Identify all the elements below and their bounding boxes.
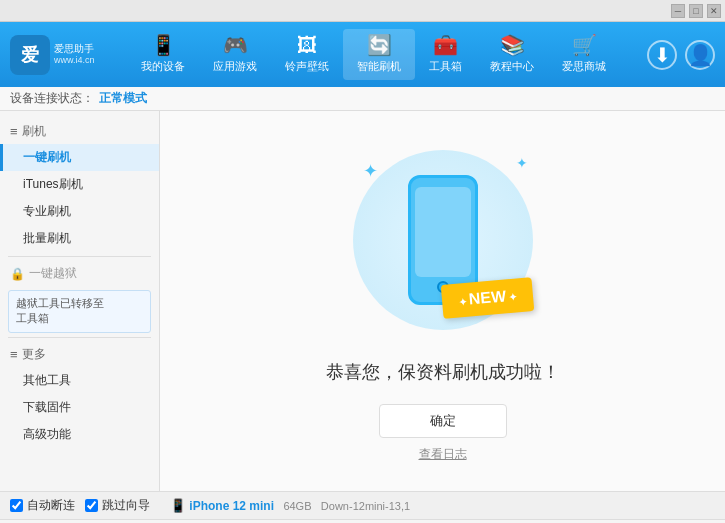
wallpaper-icon: 🖼 <box>297 35 317 55</box>
sidebar-section-more: ≡ 更多 <box>0 342 159 367</box>
sidebar-divider-2 <box>8 337 151 338</box>
confirm-button[interactable]: 确定 <box>379 404 507 438</box>
lock-icon: 🔒 <box>10 267 25 281</box>
device-name: iPhone 12 mini <box>189 499 274 513</box>
phone-screen <box>415 187 471 277</box>
device-version: Down-12mini-13,1 <box>321 500 410 512</box>
sidebar-item-firmware[interactable]: 下载固件 <box>0 394 159 421</box>
daily-log-link[interactable]: 查看日志 <box>419 446 467 463</box>
maximize-button[interactable]: □ <box>689 4 703 18</box>
flash-icon: 🔄 <box>367 35 392 55</box>
device-bar: 自动断连 跳过向导 📱 iPhone 12 mini 64GB Down-12m… <box>0 491 725 519</box>
sidebar-item-onekey[interactable]: 一键刷机 <box>0 144 159 171</box>
sparkle-right-icon: ✦ <box>516 155 528 171</box>
status-bar: 阻止iTunes运行 V7.98.66 客服 微信公众号 检查更新 <box>0 519 725 523</box>
nav-actions: ⬇ 👤 <box>647 40 715 70</box>
connection-status: 正常模式 <box>99 90 147 107</box>
sparkle-left-icon: ✦ <box>363 160 378 182</box>
sidebar-item-othertools[interactable]: 其他工具 <box>0 367 159 394</box>
mydevice-icon: 📱 <box>151 35 176 55</box>
sidebar-divider-1 <box>8 256 151 257</box>
sidebar-jailbreak-note: 越狱工具已转移至工具箱 <box>8 290 151 333</box>
nav-mydevice[interactable]: 📱 我的设备 <box>127 29 199 80</box>
tutorial-icon: 📚 <box>500 35 525 55</box>
main-layout: ≡ 刷机 一键刷机 iTunes刷机 专业刷机 批量刷机 🔒 一键越狱 越狱工具… <box>0 111 725 491</box>
nav-bar: 📱 我的设备 🎮 应用游戏 🖼 铃声壁纸 🔄 智能刷机 🧰 工具箱 📚 教程中心… <box>100 29 647 80</box>
nav-tutorial[interactable]: 📚 教程中心 <box>476 29 548 80</box>
sidebar: ≡ 刷机 一键刷机 iTunes刷机 专业刷机 批量刷机 🔒 一键越狱 越狱工具… <box>0 111 160 491</box>
toolbox-icon: 🧰 <box>433 35 458 55</box>
logo-icon: 爱 <box>10 35 50 75</box>
sidebar-item-pro[interactable]: 专业刷机 <box>0 198 159 225</box>
device-icon: 📱 <box>170 498 186 513</box>
download-action-btn[interactable]: ⬇ <box>647 40 677 70</box>
sidebar-locked-jailbreak: 🔒 一键越狱 <box>0 261 159 286</box>
header: 爱 爱思助手 www.i4.cn 📱 我的设备 🎮 应用游戏 🖼 铃声壁纸 🔄 … <box>0 22 725 87</box>
more-section-icon: ≡ <box>10 347 18 362</box>
minimize-button[interactable]: ─ <box>671 4 685 18</box>
content-area: ✦ ✦ NEW 恭喜您，保资料刷机成功啦！ 确定 查看日志 <box>160 111 725 491</box>
nav-wallpaper[interactable]: 🖼 铃声壁纸 <box>271 29 343 80</box>
sidebar-item-batch[interactable]: 批量刷机 <box>0 225 159 252</box>
nav-shop[interactable]: 🛒 爱思商城 <box>548 29 620 80</box>
auto-disconnect-checkbox[interactable]: 自动断连 <box>10 497 75 514</box>
skip-wizard-checkbox[interactable]: 跳过向导 <box>85 497 150 514</box>
connection-bar: 设备连接状态： 正常模式 <box>0 87 725 111</box>
logo-text: 爱思助手 www.i4.cn <box>54 42 95 67</box>
window-controls: ─ □ ✕ <box>671 4 721 18</box>
shop-icon: 🛒 <box>572 35 597 55</box>
appgame-icon: 🎮 <box>223 35 248 55</box>
sidebar-section-flash: ≡ 刷机 <box>0 119 159 144</box>
success-title: 恭喜您，保资料刷机成功啦！ <box>326 360 560 384</box>
user-action-btn[interactable]: 👤 <box>685 40 715 70</box>
titlebar: ─ □ ✕ <box>0 0 725 22</box>
logo: 爱 爱思助手 www.i4.cn <box>10 35 100 75</box>
sidebar-item-itunes[interactable]: iTunes刷机 <box>0 171 159 198</box>
nav-flash[interactable]: 🔄 智能刷机 <box>343 29 415 80</box>
close-button[interactable]: ✕ <box>707 4 721 18</box>
sidebar-item-advanced[interactable]: 高级功能 <box>0 421 159 448</box>
device-storage: 64GB <box>283 500 311 512</box>
device-info: 📱 iPhone 12 mini 64GB Down-12mini-13,1 <box>170 498 410 513</box>
nav-toolbox[interactable]: 🧰 工具箱 <box>415 29 476 80</box>
skip-wizard-input[interactable] <box>85 499 98 512</box>
auto-disconnect-input[interactable] <box>10 499 23 512</box>
flash-section-icon: ≡ <box>10 124 18 139</box>
phone-illustration: ✦ ✦ NEW <box>343 140 543 340</box>
nav-appgame[interactable]: 🎮 应用游戏 <box>199 29 271 80</box>
new-badge: NEW <box>440 277 534 319</box>
